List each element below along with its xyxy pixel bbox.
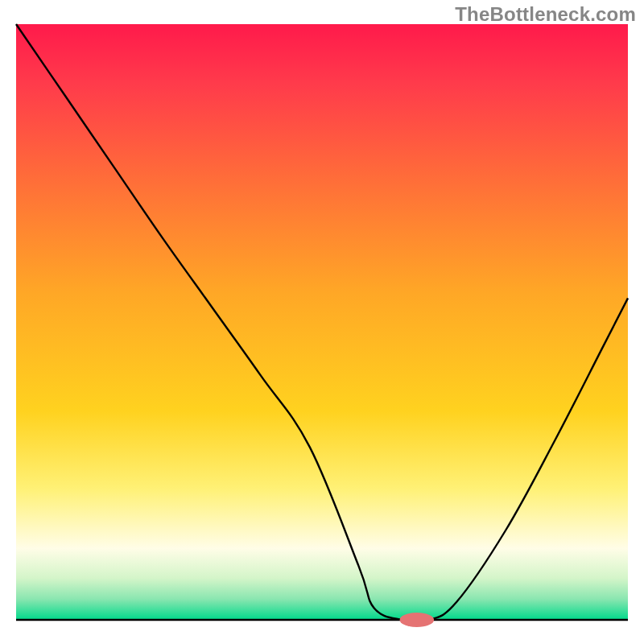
- chart-canvas: [0, 0, 644, 644]
- attribution-label: TheBottleneck.com: [455, 3, 636, 26]
- gradient-background: [16, 24, 628, 620]
- bottleneck-chart: TheBottleneck.com: [0, 0, 644, 644]
- target-marker: [400, 613, 435, 627]
